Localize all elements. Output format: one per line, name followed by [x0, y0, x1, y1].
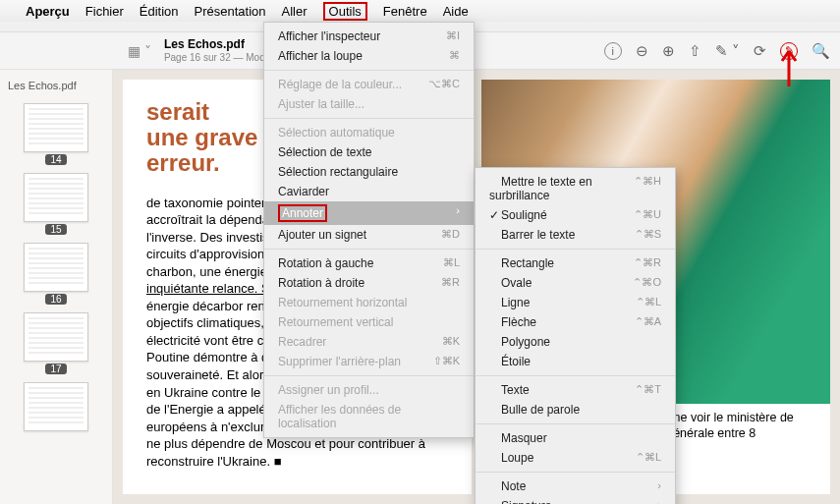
share-icon[interactable]: ⇧ — [689, 42, 701, 60]
menu-item[interactable]: Rotation à droite⌘R — [264, 273, 474, 293]
annotation-arrow — [774, 49, 804, 88]
zoom-out-icon[interactable]: ⊖ — [636, 42, 648, 60]
menu-item: Sélection automatique — [264, 123, 474, 142]
menu-item: Assigner un profil... — [264, 380, 474, 400]
menu-item: Réglage de la couleur...⌥⌘C — [264, 75, 474, 94]
menu-item[interactable]: Rotation à gauche⌘L — [264, 253, 474, 273]
menu-fenetre[interactable]: Fenêtre — [383, 4, 427, 19]
submenu-item[interactable]: Flèche⌃⌘A — [476, 312, 675, 332]
submenu-item[interactable]: Mettre le texte en surbrillance⌃⌘H — [476, 172, 675, 205]
outils-menu: Afficher l'inspecteur⌘IAfficher la loupe… — [263, 22, 475, 438]
document-title: Les Echos.pdf Page 16 sur 32 — Modif — [164, 38, 270, 62]
highlight-icon[interactable]: ✎ ˅ — [715, 42, 740, 60]
menu-item: Ajuster la taille... — [264, 94, 474, 114]
menu-item: Afficher les données de localisation — [264, 400, 474, 433]
menu-item[interactable]: Caviarder — [264, 182, 474, 201]
submenu-item[interactable]: Ovale⌃⌘O — [476, 273, 675, 293]
menu-fichier[interactable]: Fichier — [85, 4, 124, 19]
menu-item: Supprimer l'arrière-plan⇧⌘K — [264, 352, 474, 371]
sidebar-title: Les Echos.pdf — [0, 78, 112, 97]
search-icon[interactable]: 🔍 — [812, 42, 830, 60]
submenu-item[interactable]: Polygone — [476, 332, 675, 352]
menu-edition[interactable]: Édition — [140, 4, 179, 19]
menu-item[interactable]: Afficher la loupe⌘ — [264, 46, 474, 66]
menu-aller[interactable]: Aller — [282, 4, 308, 19]
submenu-item[interactable]: Signature› — [476, 496, 675, 504]
menu-item[interactable]: Ajouter un signet⌘D — [264, 225, 474, 245]
menu-item[interactable]: Sélection rectangulaire — [264, 162, 474, 182]
sidebar-toggle-icon[interactable]: ▦ ˅ — [123, 41, 156, 61]
submenu-item[interactable]: Note› — [476, 476, 675, 496]
annoter-submenu: Mettre le texte en surbrillance⌃⌘H✓Souli… — [475, 167, 676, 504]
menu-item[interactable]: Afficher l'inspecteur⌘I — [264, 27, 474, 46]
thumbnail[interactable] — [24, 243, 88, 292]
submenu-item[interactable]: Loupe⌃⌘L — [476, 448, 675, 468]
submenu-item[interactable]: Masquer — [476, 428, 675, 448]
zoom-in-icon[interactable]: ⊕ — [662, 42, 675, 60]
submenu-item[interactable]: Étoile — [476, 352, 675, 371]
menu-item[interactable]: Annoter› — [264, 201, 474, 225]
thumbnail[interactable] — [24, 312, 88, 362]
info-icon[interactable]: i — [604, 42, 622, 60]
menu-item[interactable]: Sélection de texte — [264, 142, 474, 162]
submenu-item[interactable]: Bulle de parole — [476, 400, 675, 420]
submenu-item[interactable]: Rectangle⌃⌘R — [476, 253, 675, 273]
thumbnail[interactable] — [24, 103, 88, 152]
submenu-item[interactable]: Texte⌃⌘T — [476, 380, 675, 400]
submenu-item[interactable]: Barrer le texte⌃⌘S — [476, 225, 675, 245]
menu-item: Recadrer⌘K — [264, 332, 474, 352]
thumbnail[interactable] — [24, 382, 88, 431]
menu-item: Retournement horizontal — [264, 293, 474, 312]
submenu-item[interactable]: Ligne⌃⌘L — [476, 293, 675, 312]
menu-presentation[interactable]: Présentation — [195, 4, 266, 19]
thumbnail[interactable] — [24, 173, 88, 222]
app-name[interactable]: Aperçu — [26, 4, 70, 19]
macos-menu-bar: Aperçu Fichier Édition Présentation Alle… — [0, 0, 840, 22]
rotate-icon[interactable]: ⟳ — [754, 42, 766, 60]
menu-item: Retournement vertical — [264, 312, 474, 332]
menu-aide[interactable]: Aide — [443, 4, 469, 19]
submenu-item[interactable]: ✓Souligné⌃⌘U — [476, 205, 675, 225]
menu-outils[interactable]: Outils — [323, 2, 367, 21]
thumbnail-sidebar: Les Echos.pdf 14 15 16 17 — [0, 70, 113, 504]
